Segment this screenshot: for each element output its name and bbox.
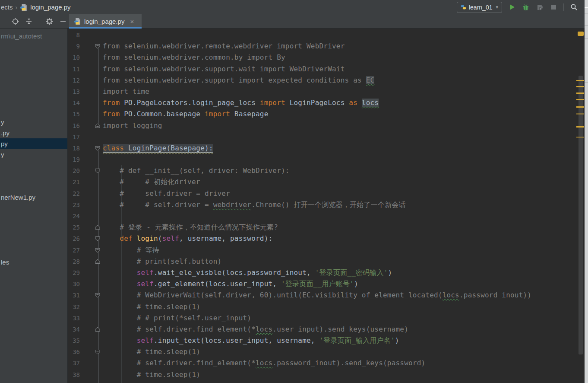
warning-stripe-mark[interactable] [576,86,584,87]
code-text[interactable]: # self.driver.find_element(*locs.passwor… [103,357,425,369]
fold-marker-icon[interactable] [95,145,101,151]
code-text[interactable]: from selenium.webdriver.remote.webdriver… [103,41,345,52]
project-tree-item[interactable]: py [0,138,68,149]
editor-tab-login-page[interactable]: login_page.py × [69,14,142,29]
code-text[interactable]: from selenium.webdriver.common.by import… [103,52,285,63]
collapse-all-icon[interactable] [25,17,33,25]
code-text[interactable]: # def __init__(self, driver: WebDriver): [103,165,290,176]
code-text[interactable]: def login(self, username, password): [103,233,272,244]
code-text[interactable]: self.wait_ele_visble(locs.password_inout… [103,267,392,278]
fold-marker-icon[interactable] [95,247,101,253]
scrollbar-thumb[interactable] [579,76,583,354]
error-stripe[interactable] [575,29,585,383]
settings-gear-icon[interactable] [45,17,53,25]
line-number: 28 [68,256,80,267]
code-text[interactable]: from selenium.webdriver.support.wait imp… [103,64,345,75]
project-tree-item[interactable]: y [0,149,68,160]
code-text[interactable]: # time.sleep(1) [103,369,200,380]
code-text[interactable]: self.input_text(locs.user_input, usernam… [103,335,399,346]
search-icon[interactable] [570,3,578,11]
project-tree-item[interactable]: y [0,117,68,128]
code-line: 19 [68,154,585,165]
code-token: # time.sleep(1) [103,348,200,356]
warning-stripe-mark[interactable] [576,113,584,115]
code-token: locs [256,359,272,367]
code-text[interactable]: class LoginPage(Basepage): [103,143,213,154]
fold-marker-icon[interactable] [95,123,101,129]
breadcrumb-project[interactable]: ects [1,3,13,11]
code-token: locs [362,99,379,107]
fold-marker-icon[interactable] [95,292,101,298]
code-token: # # 初始化driver [103,178,200,186]
fold-marker-icon[interactable] [95,43,101,49]
code-text[interactable]: # self.driver.find_element(*locs.user_in… [103,324,408,335]
line-number: 29 [68,267,80,278]
line-number: 13 [68,86,80,97]
code-text[interactable]: # print(self.button) [103,256,221,267]
line-number: 12 [68,75,80,86]
warning-stripe-mark[interactable] [576,106,584,108]
code-token: webdriver [213,201,252,209]
code-text[interactable]: import time [103,86,149,97]
code-line: 23 # # self.driver = webdriver.Chrome() … [68,199,585,211]
code-token: PO.Common.basepage [120,110,205,118]
stop-icon[interactable] [550,3,557,11]
coverage-icon[interactable] [536,3,544,11]
code-text[interactable]: # # 初始化driver [103,176,200,188]
code-token: LoginPageLocs [285,99,349,107]
code-text[interactable]: # self.driver = driver [103,188,230,199]
project-tree-item[interactable]: les [0,257,68,268]
code-text[interactable]: import logging [103,120,162,131]
python-file-icon [73,18,81,26]
code-token: Basepage [230,110,269,118]
code-token: from selenium.webdriver.support.wait imp… [103,65,345,73]
line-number: 31 [68,290,80,301]
code-token: ) [354,280,358,288]
run-config-select[interactable]: learn_01 ▾ [457,2,502,13]
code-text[interactable]: # 等待 [103,245,159,256]
code-text[interactable]: from PO.Common.basepage import Basepage [103,109,269,120]
warning-stripe-mark[interactable] [576,126,584,128]
fold-marker-icon[interactable] [95,224,101,230]
warning-stripe-mark[interactable] [576,80,584,81]
code-line: 22 # self.driver = driver [68,188,585,199]
run-icon[interactable] [508,3,516,11]
code-line: 34 # self.driver.find_element(*locs.user… [68,324,585,335]
warning-stripe-mark[interactable] [576,99,584,100]
fold-marker-icon[interactable] [95,349,101,355]
code-text[interactable]: from PO.PageLocators.login_page_locs imp… [103,97,379,109]
breadcrumb-file[interactable]: login_page.py [30,3,70,11]
code-text[interactable]: # WebDriverWait(self.driver, 60).until(E… [103,290,531,301]
code-line: 35 self.input_text(locs.user_input, user… [68,335,585,346]
code-token: from selenium.webdriver.common.by import… [103,53,285,61]
code-token: # self.driver.find_element(* [103,325,256,333]
code-text[interactable]: # time.sleep(1) [103,301,200,313]
code-text[interactable]: self.get_element(locs.user_input, '登录页面_… [103,278,358,290]
fold-marker-icon[interactable] [95,236,101,242]
fold-marker-icon[interactable] [95,168,101,174]
code-text[interactable]: # time.sleep(1) [103,346,200,357]
code-token: ( [158,234,162,243]
code-text[interactable]: # 登录 - 元素操作，不知道什么情况下操作元素? [103,222,278,233]
code-text[interactable]: # # print(*self.user_input) [103,313,251,324]
code-line: 13import time [68,86,585,97]
code-token: ) [388,268,392,277]
locate-icon[interactable] [11,17,19,25]
line-number: 36 [68,346,80,357]
tab-close-icon[interactable]: × [130,18,134,25]
project-root-path[interactable]: rm\ui_autotest [1,32,42,40]
project-tree-item[interactable]: nerNew1.py [0,192,68,203]
warning-stripe-mark[interactable] [576,93,584,94]
code-token: class [103,144,124,153]
code-editor[interactable]: 89from selenium.webdriver.remote.webdriv… [68,29,585,383]
fold-marker-icon[interactable] [95,326,101,332]
code-text[interactable]: # # self.driver = webdriver.Chrome() 打开一… [103,199,406,211]
hide-panel-icon[interactable] [59,17,67,25]
file-status-indicator[interactable] [578,32,584,36]
code-text[interactable]: from selenium.webdriver.support import e… [103,75,374,86]
warning-stripe-mark[interactable] [576,137,584,138]
toolbar-divider [39,17,39,25]
debug-icon[interactable] [522,3,530,11]
fold-marker-icon[interactable] [95,259,101,265]
project-tree-item[interactable]: .py [0,128,68,138]
